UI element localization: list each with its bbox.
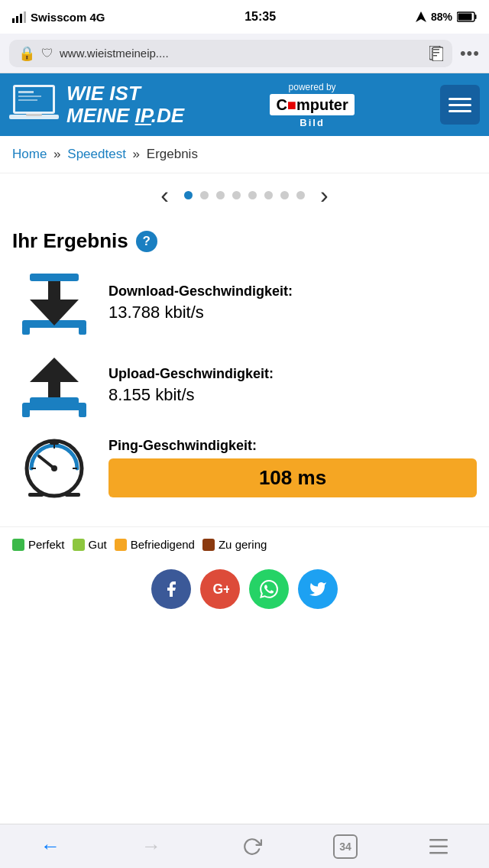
ping-value: 108 ms [108, 458, 477, 497]
carousel-dot-8[interactable] [296, 191, 305, 199]
svg-marker-4 [416, 11, 426, 22]
menu-button[interactable] [440, 85, 480, 125]
carrier-label: Swisscom [31, 11, 86, 24]
status-right: 88% [416, 11, 477, 23]
twitter-button[interactable] [298, 569, 338, 609]
site-header: WIE IST MEINE IP.DE powered by C■mputer … [0, 73, 489, 136]
svg-rect-22 [26, 114, 42, 116]
svg-rect-25 [79, 326, 86, 335]
ping-info: Ping-Geschwindigkeit: 108 ms [108, 438, 477, 497]
logo-area: WIE IST MEINE IP.DE [9, 82, 184, 128]
main-content: Ihr Ergebnis ? Download-Geschwindigkeit:… [0, 214, 489, 523]
breadcrumb-sep1: » [53, 147, 60, 161]
legend-label-perfekt: Perfekt [28, 538, 65, 551]
svg-rect-14 [433, 52, 439, 53]
svg-rect-1 [16, 16, 18, 23]
breadcrumb-home[interactable]: Home [12, 147, 47, 161]
svg-rect-38 [50, 439, 59, 445]
svg-rect-15 [433, 55, 437, 57]
svg-text:G+: G+ [212, 581, 229, 597]
googleplus-button[interactable]: G+ [200, 569, 240, 609]
signal-icon [12, 11, 28, 23]
status-time: 15:35 [244, 10, 276, 24]
page-icon [429, 46, 443, 61]
legend-label-gut: Gut [89, 538, 107, 551]
carousel-dot-1[interactable] [184, 191, 193, 199]
breadcrumb-speedtest[interactable]: Speedtest [67, 147, 126, 161]
svg-rect-18 [18, 91, 34, 93]
legend-item-perfekt: Perfekt [12, 538, 65, 551]
powered-by-text: powered by [289, 82, 336, 92]
upload-icon-wrap [12, 351, 96, 419]
ping-row: Ping-Geschwindigkeit: 108 ms [12, 433, 477, 502]
carousel-dot-2[interactable] [200, 191, 209, 199]
ping-label: Ping-Geschwindigkeit: [108, 438, 477, 454]
legend-item-zugering: Zu gering [202, 538, 267, 551]
upload-row: Upload-Geschwindigkeit: 8.155 kbit/s [12, 351, 477, 419]
hamburger-line [449, 110, 471, 112]
svg-rect-19 [18, 96, 41, 97]
svg-rect-2 [20, 14, 22, 23]
breadcrumb-current: Ergebnis [147, 147, 198, 161]
lock-icon: 🔒 [18, 45, 35, 62]
carousel-dot-7[interactable] [280, 191, 289, 199]
brand-sub: Bild [300, 117, 325, 128]
svg-rect-13 [433, 49, 439, 50]
breadcrumb-sep2: » [133, 147, 140, 161]
legend-dot-befriedigend [115, 539, 127, 551]
download-row: Download-Geschwindigkeit: 13.788 kbit/s [12, 268, 477, 337]
more-options-icon[interactable]: ••• [460, 44, 480, 63]
legend-item-befriedigend: Befriedigend [115, 538, 195, 551]
site-title: WIE IST MEINE IP.DE [66, 83, 184, 126]
brand-name: C■mputer [276, 96, 348, 113]
battery-label: 88% [431, 11, 452, 23]
facebook-button[interactable] [151, 569, 191, 609]
svg-rect-28 [30, 274, 79, 281]
svg-point-37 [51, 465, 57, 471]
legend-dot-gut [73, 539, 85, 551]
ping-icon-wrap [12, 433, 96, 502]
download-value: 13.788 kbit/s [108, 303, 477, 322]
legend-dot-zugering [202, 539, 215, 551]
svg-rect-3 [24, 11, 26, 23]
shield-icon: 🛡 [41, 47, 53, 60]
carousel-dot-5[interactable] [248, 191, 257, 199]
legend: Perfekt Gut Befriedigend Zu gering [0, 526, 489, 562]
status-left: Swisscom 4G [12, 11, 105, 24]
svg-rect-24 [22, 326, 30, 335]
carousel-dot-3[interactable] [216, 191, 225, 199]
download-label: Download-Geschwindigkeit: [108, 283, 477, 300]
carousel-dot-6[interactable] [264, 191, 273, 199]
url-field[interactable]: 🔒 🛡 www.wieistmeineip.... [9, 40, 452, 67]
title-line2: MEINE IP.DE [66, 105, 184, 127]
download-icon-wrap [12, 268, 96, 337]
carousel-prev[interactable]: ‹ [153, 181, 176, 209]
carousel-nav: ‹ › [0, 173, 489, 214]
svg-rect-20 [18, 99, 37, 101]
svg-rect-31 [79, 408, 86, 417]
laptop-icon [9, 82, 59, 128]
whatsapp-button[interactable] [249, 569, 289, 609]
carousel-next[interactable]: › [313, 181, 336, 209]
svg-marker-33 [30, 358, 79, 382]
section-title-text: Ihr Ergebnis [12, 229, 128, 253]
legend-label-zugering: Zu gering [219, 538, 267, 551]
upload-info: Upload-Geschwindigkeit: 8.155 kbit/s [108, 366, 477, 405]
legend-label-befriedigend: Befriedigend [131, 538, 195, 551]
legend-item-gut: Gut [73, 538, 107, 551]
carousel-dot-4[interactable] [232, 191, 241, 199]
svg-rect-40 [65, 493, 80, 497]
help-icon[interactable]: ? [136, 231, 157, 252]
hamburger-line [449, 104, 471, 106]
section-title: Ihr Ergebnis ? [12, 229, 477, 253]
upload-icon [16, 353, 92, 418]
breadcrumb: Home » Speedtest » Ergebnis [0, 136, 489, 173]
download-info: Download-Geschwindigkeit: 13.788 kbit/s [108, 283, 477, 322]
status-bar: Swisscom 4G 15:35 88% [0, 0, 489, 34]
download-icon [16, 270, 92, 335]
upload-label: Upload-Geschwindigkeit: [108, 366, 477, 382]
svg-rect-7 [475, 15, 477, 19]
svg-rect-34 [30, 397, 79, 405]
upload-value: 8.155 kbit/s [108, 385, 477, 405]
network-label: 4G [89, 11, 105, 24]
